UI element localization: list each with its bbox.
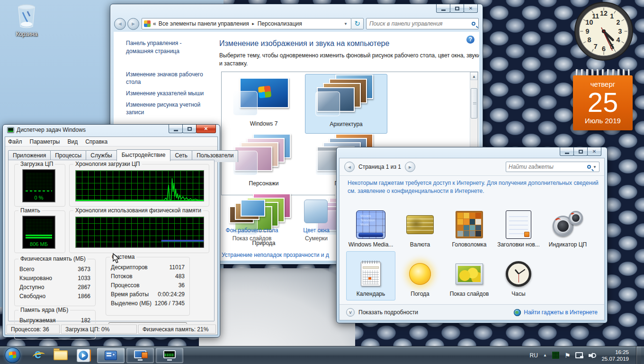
control-panel-searchbox[interactable] [366,18,479,29]
gadget-news-headlines[interactable]: Заголовки нов... [494,202,543,251]
theme-item-characters[interactable]: Персонажи [223,134,305,193]
back-button[interactable]: ◄ [114,18,126,30]
taskbar-internet-explorer[interactable]: e [28,346,48,364]
search-dropdown-icon[interactable]: ▼ [593,165,597,169]
show-details-button[interactable]: ˅ [346,308,355,317]
cpu-usage-groupbox: Загрузка ЦП 0 % [14,164,65,207]
address-bar[interactable]: « Все элементы панели управления ► Персо… [142,18,351,29]
tray-expand-icon[interactable]: ▲ [543,353,547,357]
maximize-button[interactable] [573,147,588,156]
sidebar-link-mouse-pointers[interactable]: Изменение указателей мыши [126,90,210,97]
memory-history-graph [75,217,204,248]
menu-help[interactable]: Справка [85,138,107,145]
taskbar-button-task-manager[interactable] [156,348,183,363]
chevron-down-icon: ˅ [349,310,352,315]
minimize-button[interactable] [560,147,574,156]
theme-glass-pane [315,91,340,116]
minimize-button[interactable] [169,125,183,133]
refresh-button[interactable]: ↻ [351,18,364,29]
theme-item-windows7[interactable]: Windows 7 [223,74,305,134]
next-page-button[interactable]: ► [405,162,415,172]
start-button[interactable] [5,347,20,363]
gadget-cpu-indicator[interactable]: Индикатор ЦП [543,202,592,251]
close-icon: ✕ [204,127,208,131]
gadgets-window-icon [105,351,117,360]
close-button[interactable]: ✕ [464,4,478,13]
gadget-clock[interactable]: Часы [494,251,543,300]
svg-text:6: 6 [602,45,606,53]
sidebar-link-account-picture[interactable]: Изменение рисунка учетной записи [126,101,210,116]
taskbar-explorer[interactable] [51,346,71,364]
breadcrumb-collapsed[interactable]: « [153,20,156,27]
tab-performance[interactable]: Быстродействие [116,149,171,161]
find-gadgets-online-link[interactable]: Найти гаджеты в Интернете [514,309,598,316]
taskbar-button-personalization[interactable] [126,348,154,363]
svg-text:7: 7 [594,43,598,50]
system-groupbox: Система Дескрипторов11017 Потоков483 Про… [106,257,190,316]
network-icon[interactable] [575,352,583,358]
folder-icon [54,350,68,360]
search-icon[interactable] [472,22,475,26]
maximize-button[interactable] [182,125,197,133]
menu-file[interactable]: Файл [8,138,22,145]
cpu-meter-tray-icon[interactable] [552,352,559,359]
slideshow-icon [456,264,483,284]
gadget-search-input[interactable] [509,164,585,170]
recycle-bin[interactable]: Корзина [9,4,45,37]
media-center-icon: MoviesTelevisionMusic [356,210,385,239]
cpu-gauges-icon [553,211,583,238]
sidebar-home-link[interactable]: Панель управления - домашняя страница [126,37,210,55]
breadcrumb-arrow-icon[interactable]: ► [251,22,255,26]
address-dropdown-icon[interactable]: ▼ [342,22,349,26]
svg-text:8: 8 [588,36,591,44]
previous-page-button[interactable]: ◄ [344,162,355,172]
close-button[interactable]: ✕ [587,147,601,156]
menu-options[interactable]: Параметры [30,138,60,145]
language-indicator[interactable]: RU [530,352,538,359]
previous-icon: ◄ [347,164,352,170]
forward-button[interactable]: ► [127,18,139,30]
show-details-label[interactable]: Показать подробности [358,309,418,316]
search-input[interactable] [369,20,472,27]
gadget-slideshow[interactable]: Показ слайдов [445,251,494,300]
back-icon: ◄ [117,21,123,27]
tray-clock[interactable]: 16:25 25.07.2019 [601,349,631,362]
scrollbar-thumb[interactable] [471,88,477,118]
close-button[interactable]: ✕ [196,125,216,133]
recycle-bin-icon [16,4,37,28]
troubleshoot-link[interactable]: Устранение неполадок прозрачности и д [222,252,329,258]
menu-view[interactable]: Вид [67,138,78,145]
gadget-calendar[interactable]: Календарь [346,251,395,300]
clock-gadget[interactable]: 12 1 2 3 4 5 6 7 8 9 10 11 [573,1,634,62]
gadget-weather[interactable]: Погода [395,251,445,300]
show-desktop-button[interactable] [636,346,641,364]
breadcrumb-current[interactable]: Персонализация [258,20,302,27]
minimize-button[interactable] [436,4,450,13]
desktop-background-shortcut[interactable]: Фон рабочего стола Показ слайдов [219,199,285,242]
action-center-flag-icon[interactable]: ⚑ [564,352,571,359]
taskbar-media-player[interactable] [73,346,93,364]
search-icon[interactable] [587,165,591,169]
theme-item-architecture[interactable]: Архитектура [305,74,387,134]
scroll-up-icon[interactable]: ▲ [470,72,478,80]
globe-icon [514,309,521,316]
analog-clock-icon: 12 1 2 3 4 5 6 7 8 9 10 11 [573,1,634,62]
close-icon: ✕ [469,6,473,11]
calendar-day: 25 [575,88,631,117]
gadget-puzzle[interactable]: Головоломка [445,202,494,251]
maximize-button[interactable] [450,4,464,13]
gadget-searchbox[interactable]: ▼ [506,162,599,172]
physical-memory-groupbox: Физическая память (МБ) Всего3673 Кэширов… [14,259,96,306]
sidebar-link-desktop-icons[interactable]: Изменение значков рабочего стола [126,71,210,86]
speaker-icon[interactable] [589,352,596,359]
breadcrumb-root[interactable]: Все элементы панели управления [159,20,249,27]
recycle-bin-label: Корзина [9,31,45,37]
taskbar-button-gadgets[interactable] [97,348,125,363]
gadget-windows-media[interactable]: MoviesTelevisionMusic Windows Media... [346,202,395,251]
calendar-gadget[interactable]: четверг 25 Июль 2019 [573,69,633,130]
color-swatch-icon [304,200,328,223]
help-button[interactable]: ? [466,36,474,44]
status-processes: Процессов: 36 [7,325,60,334]
gadget-currency[interactable]: Валюта [395,202,445,251]
forward-icon: ► [131,21,136,27]
